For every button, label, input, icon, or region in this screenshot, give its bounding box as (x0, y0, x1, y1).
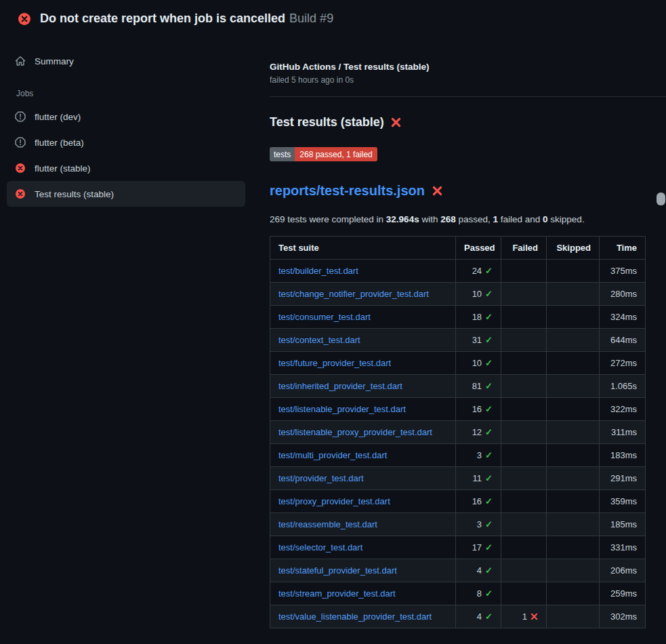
table-row: test/proxy_provider_test.dart16✓359ms (270, 490, 646, 513)
passed-cell: 4✓ (456, 559, 501, 582)
skipped-count: 0 (543, 214, 548, 224)
duration-value: 32.964s (386, 214, 419, 224)
sidebar-item-test-results-stable[interactable]: Test results (stable) (7, 181, 245, 207)
divider (270, 96, 666, 97)
test-suite-link[interactable]: test/context_test.dart (278, 335, 360, 345)
passed-cell: 10✓ (456, 283, 501, 306)
job-label: flutter (dev) (35, 112, 81, 122)
count-value: 4 (477, 611, 482, 622)
test-suite-link[interactable]: test/multi_provider_test.dart (278, 450, 387, 460)
failed-cell (501, 329, 547, 352)
test-suite-link[interactable]: test/provider_test.dart (278, 473, 364, 483)
passed-count: 268 (440, 214, 456, 224)
test-suite-link[interactable]: test/reassemble_test.dart (278, 519, 377, 529)
count-value: 3 (477, 519, 482, 529)
skipped-cell (547, 375, 600, 398)
suite-cell: test/future_provider_test.dart (270, 352, 456, 375)
check-icon: ✓ (485, 289, 493, 299)
x-circle-icon (15, 163, 26, 174)
check-icon: ✓ (485, 588, 493, 599)
sidebar-item-summary[interactable]: Summary (7, 48, 245, 74)
content: Summary Jobs flutter (dev)flutter (beta)… (0, 35, 666, 628)
job-label: flutter (stable) (35, 163, 91, 174)
test-suite-link[interactable]: test/listenable_provider_test.dart (278, 404, 406, 414)
failed-cell (501, 260, 547, 283)
count-value: 24 (472, 266, 482, 276)
sidebar: Summary Jobs flutter (dev)flutter (beta)… (0, 35, 270, 207)
test-suite-link[interactable]: test/value_listenable_provider_test.dart (278, 611, 432, 622)
scrollbar-thumb[interactable] (657, 193, 665, 205)
check-icon: ✓ (485, 496, 493, 506)
passed-cell: 16✓ (456, 398, 501, 421)
results-table-body: test/builder_test.dart24✓375mstest/chang… (270, 260, 646, 628)
test-suite-link[interactable]: test/stateful_provider_test.dart (278, 565, 397, 576)
skipped-cell (547, 352, 600, 375)
time-cell: 322ms (600, 398, 646, 421)
time-cell: 359ms (600, 490, 646, 513)
count-value: 10 (472, 289, 482, 299)
skipped-cell (547, 513, 600, 536)
check-result-heading: Test results (stable) (270, 115, 666, 129)
skipped-cell (547, 421, 600, 444)
badge-label: tests (270, 147, 295, 161)
test-suite-link[interactable]: test/selector_test.dart (278, 542, 362, 552)
header: Do not create report when job is cancell… (0, 0, 666, 35)
time-cell: 259ms (600, 582, 646, 605)
test-suite-link[interactable]: test/stream_provider_test.dart (278, 588, 396, 599)
report-file-link[interactable]: reports/test-results.json (270, 183, 425, 199)
suite-cell: test/selector_test.dart (270, 536, 456, 559)
table-header-row: Test suite Passed Failed Skipped Time (270, 237, 646, 260)
table-row: test/stream_provider_test.dart8✓259ms (270, 582, 646, 605)
count-value: 17 (472, 542, 482, 552)
passed-cell: 12✓ (456, 421, 501, 444)
time-cell: 280ms (600, 283, 646, 306)
count-value: 16 (472, 496, 482, 506)
time-cell: 1.065s (600, 375, 646, 398)
test-suite-link[interactable]: test/inherited_provider_test.dart (278, 381, 402, 391)
test-suite-link[interactable]: test/consumer_test.dart (278, 312, 371, 322)
check-icon: ✓ (485, 404, 493, 414)
suite-cell: test/value_listenable_provider_test.dart (270, 605, 456, 628)
table-row: test/multi_provider_test.dart3✓183ms (270, 444, 646, 467)
sidebar-item-flutter-dev[interactable]: flutter (dev) (7, 104, 245, 129)
col-header-failed: Failed (501, 237, 547, 260)
suite-cell: test/listenable_proxy_provider_test.dart (270, 421, 456, 444)
report-heading: reports/test-results.json (270, 183, 666, 199)
passed-cell: 18✓ (456, 306, 501, 329)
summary-line: 269 tests were completed in 32.964s with… (270, 214, 666, 224)
failed-count: 1 (493, 214, 499, 224)
skipped-cell (547, 467, 600, 490)
passed-cell: 8✓ (456, 582, 501, 605)
time-cell: 302ms (600, 605, 646, 628)
suite-cell: test/context_test.dart (270, 329, 456, 352)
check-icon: ✓ (485, 335, 493, 345)
x-icon (530, 613, 538, 620)
failed-cell (501, 536, 547, 559)
skipped-cell (547, 398, 600, 421)
test-suite-link[interactable]: test/builder_test.dart (278, 266, 358, 276)
check-icon: ✓ (485, 266, 493, 276)
test-suite-link[interactable]: test/listenable_proxy_provider_test.dart (278, 427, 432, 437)
count-value: 4 (477, 565, 482, 576)
sidebar-item-flutter-stable[interactable]: flutter (stable) (7, 155, 245, 181)
table-row: test/value_listenable_provider_test.dart… (270, 605, 646, 628)
check-run-title: Do not create report when job is cancell… (40, 12, 285, 25)
x-circle-icon (15, 188, 26, 199)
stop-icon (15, 137, 26, 148)
sidebar-item-flutter-beta[interactable]: flutter (beta) (7, 129, 245, 155)
time-cell: 311ms (600, 421, 646, 444)
check-icon: ✓ (485, 611, 493, 622)
table-row: test/consumer_test.dart18✓324ms (270, 306, 646, 329)
skipped-cell (547, 329, 600, 352)
failed-x-icon (432, 185, 443, 197)
test-suite-link[interactable]: test/proxy_provider_test.dart (278, 496, 390, 506)
count-value: 8 (477, 588, 482, 599)
passed-cell: 17✓ (456, 536, 501, 559)
test-suite-link[interactable]: test/change_notifier_provider_test.dart (278, 289, 429, 299)
test-suite-link[interactable]: test/future_provider_test.dart (278, 358, 391, 368)
check-icon: ✓ (485, 427, 493, 437)
page-title: Do not create report when job is cancell… (40, 12, 333, 26)
check-icon: ✓ (485, 473, 493, 483)
jobs-list: flutter (dev)flutter (beta)flutter (stab… (7, 104, 245, 207)
failed-cell (501, 559, 547, 582)
